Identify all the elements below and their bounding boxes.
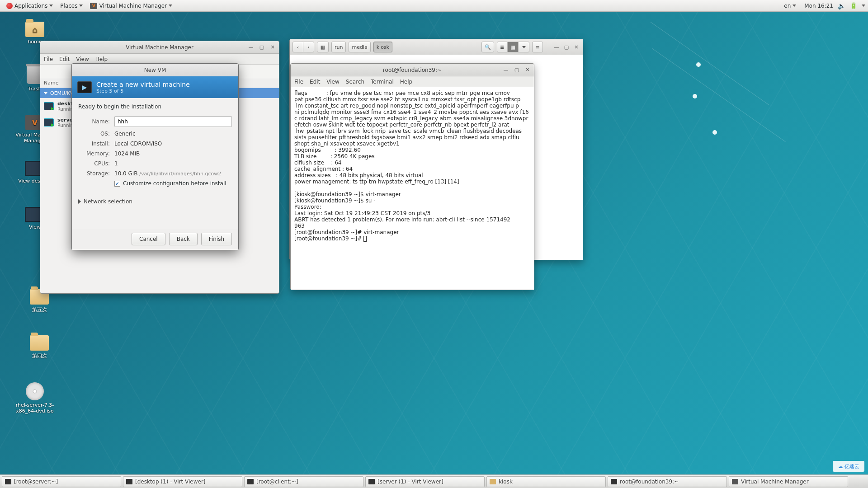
finish-button[interactable]: Finish	[201, 233, 232, 245]
files-toolbar: ‹ › ▦ run media kiosk 🔍 ≣ ▦ ≡ — ▢ ✕	[290, 39, 583, 55]
label-os: OS:	[78, 131, 110, 137]
folder-4-icon[interactable]: 第四次	[20, 335, 59, 359]
distro-logo-icon	[6, 3, 13, 9]
iso-file-icon[interactable]: rhel-server-7.3-x86_64-dvd.iso	[15, 382, 54, 414]
terminal-icon	[247, 479, 254, 484]
system-menu-icon[interactable]	[862, 5, 865, 7]
view-dropdown-button[interactable]	[519, 42, 529, 52]
clock[interactable]: Mon 16:21	[804, 3, 833, 9]
window-minimize-button[interactable]: —	[553, 43, 560, 51]
battery-icon[interactable]: 🔋	[850, 2, 857, 9]
active-app-menu[interactable]: VVirtual Machine Manager	[86, 0, 176, 11]
task-button[interactable]: [server (1) - Virt Viewer]	[365, 476, 485, 487]
cancel-button[interactable]: Cancel	[132, 233, 165, 245]
path-kiosk-button[interactable]: kiosk	[373, 42, 392, 52]
menu-edit[interactable]: Edit	[59, 56, 70, 62]
chevron-down-icon	[169, 5, 172, 7]
path-run-button[interactable]: run	[331, 42, 346, 52]
ready-text: Ready to begin the installation	[78, 103, 232, 110]
nav-back-button[interactable]: ‹	[292, 42, 303, 52]
dialog-button-row: Cancel Back Finish	[72, 228, 238, 250]
back-button[interactable]: Back	[169, 233, 198, 245]
label-memory: Memory:	[78, 150, 110, 157]
value-storage: 10.0 GiB /var/lib/libvirt/images/hhh.qco…	[114, 170, 221, 177]
nav-forward-button[interactable]: ›	[303, 42, 314, 52]
chevron-down-icon	[49, 5, 53, 7]
menu-search[interactable]: Search	[346, 79, 364, 85]
expand-icon	[44, 92, 47, 94]
window-close-button[interactable]: ✕	[269, 44, 276, 51]
terminal-icon	[611, 479, 617, 484]
chevron-down-icon	[793, 5, 796, 7]
task-button[interactable]: [root@client:~]	[244, 476, 363, 487]
value-os: Generic	[114, 131, 136, 137]
vmm-titlebar[interactable]: Virtual Machine Manager — ▢ ✕	[40, 41, 279, 54]
menu-view[interactable]: View	[326, 79, 339, 85]
customize-label: Customize configuration before install	[123, 180, 226, 187]
vm-thumbnail-icon	[44, 118, 54, 127]
files-icon	[490, 479, 496, 484]
volume-icon[interactable]: 🔈	[838, 2, 845, 9]
viewer-icon	[368, 479, 375, 484]
path-media-button[interactable]: media	[349, 42, 370, 52]
terminal-window: root@foundation39:~ — ▢ ✕ File Edit View…	[290, 63, 534, 290]
label-name: Name:	[78, 118, 110, 125]
hamburger-menu-button[interactable]: ≡	[532, 42, 543, 52]
window-close-button[interactable]: ✕	[573, 43, 580, 51]
window-close-button[interactable]: ✕	[524, 66, 531, 74]
customize-checkbox-row[interactable]: ✔ Customize configuration before install	[114, 180, 232, 187]
task-button[interactable]: [root@server:~]	[2, 476, 121, 487]
terminal-icon	[5, 479, 11, 484]
terminal-title: root@foundation39:~	[383, 67, 442, 73]
task-button[interactable]: Virtual Machine Manager	[729, 476, 848, 487]
new-vm-banner: ▶ Create a new virtual machine Step 5 of…	[72, 76, 238, 98]
label-install: Install:	[78, 141, 110, 147]
dialog-title: New VM	[144, 67, 166, 73]
window-minimize-button[interactable]: —	[502, 66, 509, 74]
grid-view-button[interactable]: ▦	[508, 42, 519, 52]
window-maximize-button[interactable]: ▢	[563, 43, 570, 51]
value-install: Local CDROM/ISO	[114, 141, 162, 147]
input-source-indicator[interactable]: en	[780, 3, 800, 9]
value-memory: 1024 MiB	[114, 150, 140, 157]
task-button[interactable]: [desktop (1) - Virt Viewer]	[123, 476, 242, 487]
places-menu[interactable]: Places	[57, 0, 86, 11]
label-storage: Storage:	[78, 170, 110, 177]
monitor-icon: ▶	[77, 81, 92, 93]
gnome-top-panel: Applications Places VVirtual Machine Man…	[0, 0, 868, 12]
path-root-button[interactable]: ▦	[317, 42, 329, 52]
menu-terminal[interactable]: Terminal	[371, 79, 394, 85]
new-vm-dialog: New VM ▶ Create a new virtual machine St…	[71, 63, 239, 250]
chevron-down-icon	[79, 5, 83, 7]
label-cpus: CPUs:	[78, 160, 110, 167]
list-view-button[interactable]: ≣	[497, 42, 508, 52]
expand-right-icon	[78, 199, 81, 204]
applications-menu[interactable]: Applications	[3, 0, 57, 11]
menu-file[interactable]: File	[44, 56, 53, 62]
menu-file[interactable]: File	[294, 79, 303, 85]
watermark: ☁亿速云	[833, 461, 864, 472]
terminal-titlebar[interactable]: root@foundation39:~ — ▢ ✕	[291, 64, 534, 76]
window-maximize-button[interactable]: ▢	[513, 66, 520, 74]
vm-thumbnail-icon	[44, 102, 54, 110]
network-selection-expander[interactable]: Network selection	[78, 198, 232, 205]
viewer-icon	[126, 479, 132, 484]
task-button[interactable]: root@foundation39:~	[608, 476, 727, 487]
bottom-taskbar: [root@server:~] [desktop (1) - Virt View…	[0, 474, 868, 488]
task-button[interactable]: kiosk	[486, 476, 606, 487]
vmm-title: Virtual Machine Manager	[126, 44, 193, 51]
menu-help[interactable]: Help	[95, 56, 108, 62]
menu-view[interactable]: View	[76, 56, 89, 62]
new-vm-titlebar[interactable]: New VM	[72, 64, 238, 76]
menu-edit[interactable]: Edit	[310, 79, 320, 85]
vmm-icon: V	[90, 3, 97, 9]
terminal-menubar: File Edit View Search Terminal Help	[291, 76, 534, 87]
window-maximize-button[interactable]: ▢	[258, 44, 265, 51]
banner-heading: Create a new virtual machine	[96, 81, 190, 88]
search-button[interactable]: 🔍	[481, 42, 494, 52]
terminal-content[interactable]: flags : fpu vme de pse tsc msr pae mce c…	[291, 87, 534, 290]
vm-name-input[interactable]	[114, 116, 232, 127]
checkbox-icon[interactable]: ✔	[114, 181, 120, 187]
menu-help[interactable]: Help	[400, 79, 412, 85]
window-minimize-button[interactable]: —	[247, 44, 255, 51]
